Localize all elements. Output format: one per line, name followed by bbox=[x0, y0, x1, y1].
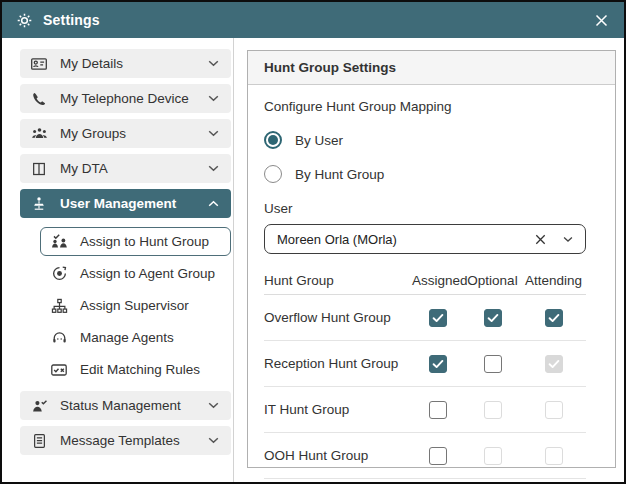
sidebar-item-label: My Telephone Device bbox=[60, 91, 189, 106]
hunt-group-settings-panel: Hunt Group Settings Configure Hunt Group… bbox=[247, 50, 616, 468]
sidebar-item-user-management[interactable]: User Management bbox=[20, 189, 231, 218]
titlebar: Settings bbox=[2, 2, 624, 38]
table-header: Hunt Group Assigned Optional Attending bbox=[264, 267, 586, 295]
sidebar-item-assign-to-hunt-group[interactable]: Assign to Hunt Group bbox=[40, 227, 231, 256]
hunt-group-name: OOH Hunt Group bbox=[264, 448, 412, 463]
sidebar-item-edit-matching-rules[interactable]: Edit Matching Rules bbox=[40, 355, 231, 384]
user-field-label: User bbox=[264, 201, 599, 216]
user-management-submenu: Assign to Hunt Group Assign to Agent Gro… bbox=[20, 224, 231, 391]
by-user-radio[interactable] bbox=[264, 131, 282, 149]
sidebar-item-label: My Groups bbox=[60, 126, 126, 141]
column-header-optional: Optional bbox=[464, 273, 521, 288]
people-check-icon bbox=[49, 233, 69, 250]
sidebar-item-label: Manage Agents bbox=[80, 330, 174, 345]
sidebar: My Details My Telephone Device bbox=[2, 38, 234, 482]
headset-icon bbox=[49, 330, 69, 346]
hunt-group-table: Hunt Group Assigned Optional Attending O… bbox=[264, 267, 586, 479]
attending-checkbox bbox=[545, 447, 563, 465]
phone-icon bbox=[29, 91, 49, 107]
hunt-group-name: IT Hunt Group bbox=[264, 402, 412, 417]
chevron-down-icon bbox=[208, 95, 219, 102]
chevron-down-icon bbox=[208, 60, 219, 67]
column-header-attending: Attending bbox=[521, 273, 586, 288]
chevron-up-icon bbox=[208, 200, 219, 207]
attending-checkbox bbox=[545, 355, 563, 373]
chevron-down-icon[interactable] bbox=[563, 236, 573, 243]
split-panel-icon bbox=[29, 161, 49, 177]
panel-body: Configure Hunt Group Mapping By User By … bbox=[248, 85, 615, 479]
by-hunt-group-radio[interactable] bbox=[264, 165, 282, 183]
sidebar-item-assign-supervisor[interactable]: Assign Supervisor bbox=[40, 291, 231, 320]
user-select[interactable]: Moreen Orla (MOrla) bbox=[264, 224, 586, 254]
chevron-down-icon bbox=[208, 437, 219, 444]
assigned-checkbox[interactable] bbox=[429, 355, 447, 373]
clear-x-icon[interactable] bbox=[533, 232, 548, 247]
attending-checkbox[interactable] bbox=[545, 309, 563, 327]
sidebar-item-label: Assign Supervisor bbox=[80, 298, 189, 313]
window-title: Settings bbox=[43, 12, 100, 28]
org-chart-icon bbox=[49, 298, 69, 314]
sidebar-item-assign-to-agent-group[interactable]: Assign to Agent Group bbox=[40, 259, 231, 288]
table-row: IT Hunt Group bbox=[264, 387, 586, 433]
sidebar-item-label: Edit Matching Rules bbox=[80, 362, 200, 377]
settings-window: Settings My Details bbox=[0, 0, 626, 484]
column-header-hunt-group: Hunt Group bbox=[264, 273, 412, 288]
document-icon bbox=[29, 433, 49, 449]
main-area: My Details My Telephone Device bbox=[2, 38, 624, 482]
assigned-checkbox[interactable] bbox=[429, 447, 447, 465]
content-area: Hunt Group Settings Configure Hunt Group… bbox=[234, 38, 624, 482]
chevron-down-icon bbox=[208, 402, 219, 409]
chevron-down-icon bbox=[208, 165, 219, 172]
checkbox-rules-icon bbox=[49, 362, 69, 378]
sidebar-item-label: My DTA bbox=[60, 161, 108, 176]
radio-row-by-user[interactable]: By User bbox=[264, 130, 599, 150]
sidebar-item-my-groups[interactable]: My Groups bbox=[20, 119, 231, 148]
agent-rotate-icon bbox=[49, 265, 69, 282]
gear-icon bbox=[16, 12, 33, 29]
sidebar-item-label: Message Templates bbox=[60, 433, 180, 448]
people-group-icon bbox=[29, 125, 49, 142]
sidebar-item-my-dta[interactable]: My DTA bbox=[20, 154, 231, 183]
optional-checkbox bbox=[484, 447, 502, 465]
sidebar-item-message-templates[interactable]: Message Templates bbox=[20, 426, 231, 455]
optional-checkbox[interactable] bbox=[484, 309, 502, 327]
sidebar-item-my-details[interactable]: My Details bbox=[20, 49, 231, 78]
sidebar-item-my-telephone-device[interactable]: My Telephone Device bbox=[20, 84, 231, 113]
sidebar-item-manage-agents[interactable]: Manage Agents bbox=[40, 323, 231, 352]
chevron-down-icon bbox=[208, 130, 219, 137]
attending-checkbox bbox=[545, 401, 563, 419]
user-check-icon bbox=[29, 398, 49, 414]
sidebar-item-label: Status Management bbox=[60, 398, 181, 413]
radio-row-by-hunt-group[interactable]: By Hunt Group bbox=[264, 164, 599, 184]
user-select-value: Moreen Orla (MOrla) bbox=[277, 232, 397, 247]
table-row: Overflow Hunt Group bbox=[264, 295, 586, 341]
sidebar-item-label: User Management bbox=[60, 196, 176, 211]
configure-mapping-label: Configure Hunt Group Mapping bbox=[264, 99, 599, 114]
hunt-group-name: Reception Hunt Group bbox=[264, 356, 412, 371]
sidebar-item-label: My Details bbox=[60, 56, 123, 71]
table-row: Reception Hunt Group bbox=[264, 341, 586, 387]
table-row: OOH Hunt Group bbox=[264, 433, 586, 479]
optional-checkbox bbox=[484, 401, 502, 419]
hunt-group-name: Overflow Hunt Group bbox=[264, 310, 412, 325]
sidebar-item-label: Assign to Agent Group bbox=[80, 266, 215, 281]
user-podium-icon bbox=[29, 196, 49, 212]
sidebar-item-status-management[interactable]: Status Management bbox=[20, 391, 231, 420]
id-card-icon bbox=[29, 55, 49, 73]
panel-title: Hunt Group Settings bbox=[248, 51, 615, 85]
optional-checkbox[interactable] bbox=[484, 355, 502, 373]
assigned-checkbox[interactable] bbox=[429, 401, 447, 419]
radio-label: By User bbox=[295, 133, 343, 148]
column-header-assigned: Assigned bbox=[412, 273, 464, 288]
radio-label: By Hunt Group bbox=[295, 167, 384, 182]
close-icon[interactable] bbox=[593, 12, 610, 29]
sidebar-item-label: Assign to Hunt Group bbox=[80, 234, 209, 249]
assigned-checkbox[interactable] bbox=[429, 309, 447, 327]
